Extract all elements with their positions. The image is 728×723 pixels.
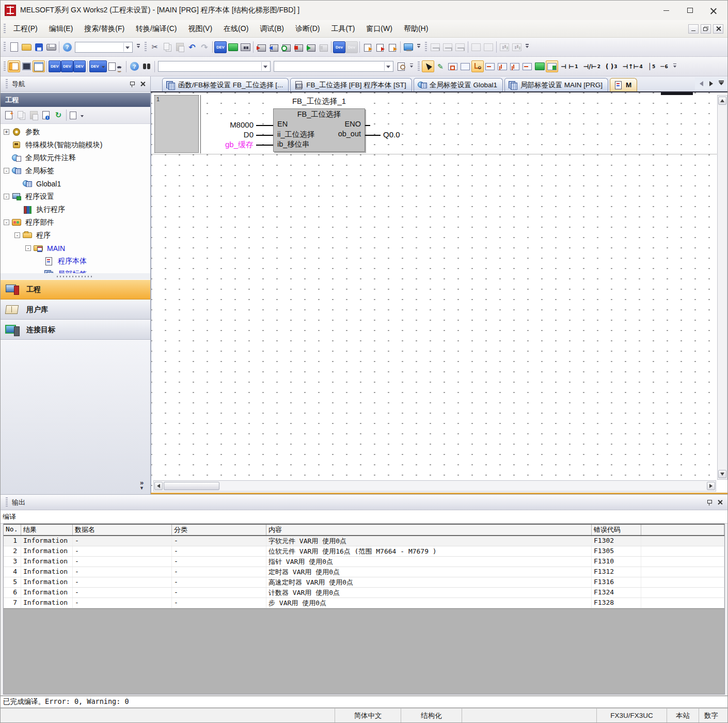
tree-item[interactable]: - MAIN xyxy=(1,242,150,255)
scroll-up-button[interactable] xyxy=(718,97,726,105)
tree-item[interactable]: + 参数 xyxy=(1,125,150,138)
document-tab[interactable]: 全局标签设置 Global1 xyxy=(414,78,503,91)
monitor-off-icon[interactable] xyxy=(317,41,329,53)
device-test-on-icon[interactable]: Dev xyxy=(333,41,345,53)
open-contact-icon[interactable]: ⊣ ⊢1 xyxy=(558,60,580,72)
print-icon[interactable] xyxy=(45,41,57,53)
table-row[interactable]: 7 Information - - 步 VAR用 使用0点 F1328 xyxy=(4,598,724,608)
device-display-icon[interactable] xyxy=(227,41,239,53)
transfer-setup-icon[interactable] xyxy=(374,41,386,53)
copy-icon[interactable] xyxy=(161,41,173,53)
menu-item[interactable]: 诊断(D) xyxy=(290,22,325,36)
dock-button[interactable]: 工程 xyxy=(1,279,150,300)
navigation-window-toggle-icon[interactable] xyxy=(8,60,20,72)
interconnect-mode-icon[interactable] xyxy=(434,60,447,72)
paste-icon[interactable] xyxy=(173,41,186,53)
dock-expand-button[interactable]: » ▼ xyxy=(139,480,144,491)
fb-instance-name[interactable]: FB_工位选择_1 xyxy=(270,97,368,106)
vertical-line-icon[interactable]: │5 xyxy=(645,60,658,72)
dock-button[interactable]: 连接目标 xyxy=(1,320,150,340)
write-to-plc-icon[interactable] xyxy=(255,41,267,53)
hardware-config-icon[interactable] xyxy=(239,41,251,53)
rung-header-cell[interactable]: 1 xyxy=(154,95,199,153)
vertical-scrollbar[interactable] xyxy=(717,95,727,480)
help2-icon[interactable] xyxy=(128,60,140,72)
delete-column-icon[interactable] xyxy=(521,60,533,72)
graph-monitor2-icon[interactable] xyxy=(511,41,523,53)
sort-filter-icon[interactable] xyxy=(68,109,86,121)
new-data-icon[interactable] xyxy=(3,109,15,121)
undo-icon[interactable] xyxy=(186,41,198,53)
toolbar-overflow-icon[interactable] xyxy=(408,61,415,72)
toolbar-overflow-icon[interactable] xyxy=(524,41,530,53)
tree-expander[interactable]: + xyxy=(4,129,9,135)
help-icon[interactable] xyxy=(61,41,73,53)
pulse-monitor-icon[interactable] xyxy=(454,41,466,53)
document-tab[interactable]: 局部标签设置 MAIN [PRG] xyxy=(504,78,608,91)
minimize-button[interactable] xyxy=(654,3,678,18)
table-row[interactable]: 4 Information - - 定时器 VAR用 使用0点 F1312 xyxy=(4,567,724,577)
toolbar-overflow-icon[interactable] xyxy=(416,41,422,53)
coil-icon[interactable]: ( )3 xyxy=(603,60,620,72)
auto-connect-icon[interactable] xyxy=(471,60,484,72)
find-target-combo[interactable] xyxy=(158,61,271,72)
overwrite-mode-icon[interactable] xyxy=(459,60,471,72)
module-transfer-icon[interactable] xyxy=(482,41,495,53)
monitor-watch-icon[interactable] xyxy=(280,41,292,53)
mdi-close-button[interactable] xyxy=(713,24,723,34)
output-close-button[interactable] xyxy=(715,498,724,507)
operand-output[interactable]: Q0.0 xyxy=(382,130,401,139)
tree-item[interactable]: - 程序 xyxy=(1,229,150,242)
remote-operation-icon[interactable] xyxy=(402,41,415,53)
copy-data-icon[interactable] xyxy=(15,109,27,121)
tree-item[interactable]: 局部标签 xyxy=(1,268,150,273)
save-project-icon[interactable] xyxy=(33,41,45,53)
compile-tab[interactable]: 编译 xyxy=(1,510,727,524)
dock-button[interactable]: 用户库 xyxy=(1,300,150,320)
device-skip-icon[interactable] xyxy=(107,60,124,72)
scroll-left-button[interactable] xyxy=(154,482,163,490)
tree-item[interactable]: - 全局标签 xyxy=(1,164,150,177)
pin-button[interactable] xyxy=(704,498,714,507)
column-header-category[interactable]: 分类 xyxy=(172,525,266,535)
tree-item[interactable]: 执行程序 xyxy=(1,203,150,216)
table-row[interactable]: 3 Information - - 指针 VAR用 使用0点 F1310 xyxy=(4,557,724,567)
mdi-restore-button[interactable] xyxy=(701,24,711,34)
document-tab[interactable]: M xyxy=(610,78,637,91)
table-row[interactable]: 5 Information - - 高速定时器 VAR用 使用0点 F1316 xyxy=(4,577,724,588)
column-header-result[interactable]: 结果 xyxy=(21,525,73,535)
tree-item[interactable]: - 程序设置 xyxy=(1,190,150,203)
module-find-icon[interactable] xyxy=(470,41,482,53)
sampling-trace-icon[interactable] xyxy=(429,41,441,53)
tree-item[interactable]: Global1 xyxy=(1,177,150,190)
tree-item[interactable]: 程序本体 xyxy=(1,255,150,268)
tab-list-button[interactable] xyxy=(717,78,725,89)
menu-item[interactable]: 工具(T) xyxy=(325,22,360,36)
sampling-trace2-icon[interactable] xyxy=(441,41,454,53)
graph-monitor-icon[interactable] xyxy=(498,41,511,53)
find-keyword-combo[interactable] xyxy=(274,61,393,72)
scroll-down-button[interactable] xyxy=(718,470,726,478)
fb-block[interactable]: FB_工位选择 EN ii_工位选择 ib_移位串 ENO ob_out xyxy=(273,108,365,152)
rising-pulse-icon[interactable]: ⊣↑⊢4 xyxy=(620,60,645,72)
tab-scroll-left-button[interactable] xyxy=(697,78,706,89)
menu-item[interactable]: 帮助(H) xyxy=(398,22,434,36)
menu-item[interactable]: 在线(O) xyxy=(218,22,254,36)
operand-en[interactable]: M8000 xyxy=(203,120,255,129)
operand-input3[interactable]: gb_缓存 xyxy=(203,140,255,150)
column-header-errorcode[interactable]: 错误代码 xyxy=(592,525,641,535)
element-selection-icon[interactable] xyxy=(20,60,33,72)
tree-expander[interactable]: - xyxy=(25,245,31,251)
device-display-format-icon[interactable]: DEV xyxy=(89,60,107,72)
closed-contact-icon[interactable]: ⊣/⊢2 xyxy=(580,60,603,72)
pin-button[interactable] xyxy=(127,80,136,88)
tree-expander[interactable]: - xyxy=(14,232,20,238)
menu-item[interactable]: 转换/编译(C) xyxy=(130,22,182,36)
column-header-dataname[interactable]: 数据名 xyxy=(73,525,172,535)
menu-item[interactable]: 工程(P) xyxy=(8,22,43,36)
tree-item[interactable]: - 程序部件 xyxy=(1,216,150,229)
close-button[interactable] xyxy=(702,3,725,18)
monitor-start-icon[interactable] xyxy=(305,41,317,53)
tree-item[interactable]: 全局软元件注释 xyxy=(1,151,150,164)
table-row[interactable]: 6 Information - - 计数器 VAR用 使用0点 F1324 xyxy=(4,588,724,598)
